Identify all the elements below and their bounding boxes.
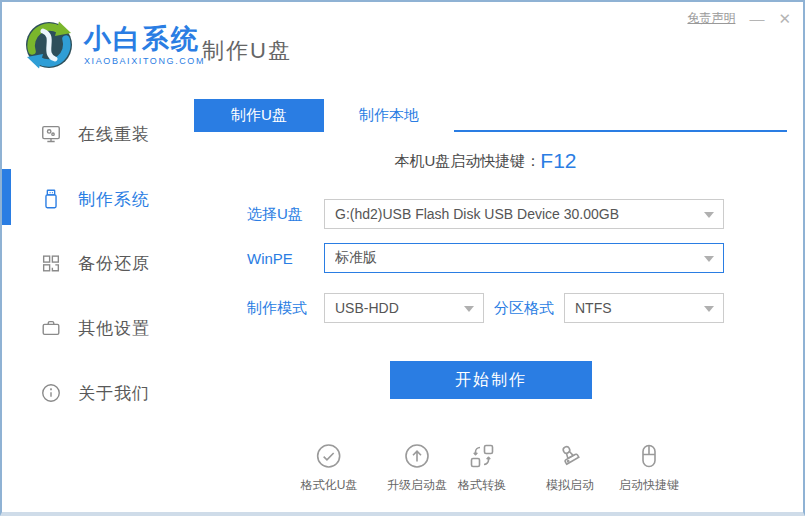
chevron-down-icon xyxy=(704,256,714,262)
sidebar-item-about-us[interactable]: 关于我们 xyxy=(2,378,192,408)
tool-format-convert[interactable]: 格式转换 xyxy=(458,442,506,494)
brand-domain: XIAOBAIXITONG.COM xyxy=(84,56,205,66)
minimize-button[interactable]: — xyxy=(749,11,764,27)
sidebar-item-label: 其他设置 xyxy=(78,317,150,340)
app-logo-icon xyxy=(22,18,76,72)
info-icon xyxy=(40,382,62,404)
usb-select-label: 选择U盘 xyxy=(247,205,324,224)
usb-select-value: G:(hd2)USB Flash Disk USB Device 30.00GB xyxy=(335,206,619,222)
tool-label: 启动快捷键 xyxy=(619,477,679,494)
briefcase-icon xyxy=(40,317,62,339)
convert-icon xyxy=(468,442,496,470)
close-button[interactable]: ✕ xyxy=(778,11,791,27)
tool-simulate-boot[interactable]: 模拟启动 xyxy=(546,442,594,494)
partition-label: 分区格式 xyxy=(494,299,564,318)
usb-select-row: 选择U盘 G:(hd2)USB Flash Disk USB Device 30… xyxy=(247,199,724,229)
mode-dropdown[interactable]: USB-HDD xyxy=(324,293,484,323)
start-make-button[interactable]: 开始制作 xyxy=(390,361,592,399)
partition-dropdown[interactable]: NTFS xyxy=(564,293,724,323)
sidebar-item-backup-restore[interactable]: 备份还原 xyxy=(2,248,192,278)
tool-label: 模拟启动 xyxy=(546,477,594,494)
sidebar-item-label: 制作系统 xyxy=(78,188,150,211)
tool-label: 格式转换 xyxy=(458,477,506,494)
main-content: 制作U盘 制作本地 本机U盘启动快捷键：F12 选择U盘 G:(hd2)USB … xyxy=(192,99,801,512)
disclaimer-link[interactable]: 免责声明 xyxy=(687,10,735,27)
sidebar: 在线重装 制作系统 备份还原 xyxy=(2,99,192,512)
tool-label: 格式化U盘 xyxy=(301,477,358,494)
winpe-label: WinPE xyxy=(247,250,324,267)
window-controls: 免责声明 — ✕ xyxy=(687,10,791,27)
mode-partition-row: 制作模式 USB-HDD 分区格式 NTFS xyxy=(247,293,724,323)
brand-name: 小白系统 xyxy=(84,24,205,54)
sidebar-item-label: 备份还原 xyxy=(78,252,150,275)
app-window: 小白系统 XIAOBAIXITONG.COM 制作U盘 免责声明 — ✕ 在线重… xyxy=(0,0,805,516)
monitor-icon xyxy=(40,123,62,145)
arrow-up-circle-icon xyxy=(403,442,431,470)
check-circle-icon xyxy=(315,442,343,470)
sidebar-item-online-reinstall[interactable]: 在线重装 xyxy=(2,119,192,149)
tab-bar: 制作U盘 制作本地 xyxy=(194,99,787,132)
winpe-dropdown[interactable]: 标准版 xyxy=(324,243,724,273)
sidebar-item-make-system[interactable]: 制作系统 xyxy=(2,184,192,214)
sidebar-item-label: 关于我们 xyxy=(78,382,150,405)
boot-hotkey-label: 本机U盘启动快捷键： xyxy=(394,152,540,169)
winpe-value: 标准版 xyxy=(335,249,377,267)
chevron-down-icon xyxy=(704,212,714,218)
partition-value: NTFS xyxy=(575,300,612,316)
sidebar-item-label: 在线重装 xyxy=(78,123,150,146)
app-logo: 小白系统 XIAOBAIXITONG.COM xyxy=(22,18,205,72)
tool-format-usb[interactable]: 格式化U盘 xyxy=(301,442,358,494)
mode-label: 制作模式 xyxy=(247,299,324,318)
usb-select-dropdown[interactable]: G:(hd2)USB Flash Disk USB Device 30.00GB xyxy=(324,199,724,229)
tool-boot-hotkey[interactable]: 启动快捷键 xyxy=(619,442,679,494)
tab-make-usb[interactable]: 制作U盘 xyxy=(194,99,324,132)
tool-label: 升级启动盘 xyxy=(387,477,447,494)
winpe-row: WinPE 标准版 xyxy=(247,243,724,273)
header: 小白系统 XIAOBAIXITONG.COM 制作U盘 免责声明 — ✕ xyxy=(2,2,803,99)
sidebar-item-other-settings[interactable]: 其他设置 xyxy=(2,313,192,343)
page-title: 制作U盘 xyxy=(202,36,292,66)
tool-upgrade-boot-disk[interactable]: 升级启动盘 xyxy=(387,442,447,494)
chevron-down-icon xyxy=(704,306,714,312)
usb-drive-icon xyxy=(40,188,62,210)
grid-icon xyxy=(40,252,62,274)
mode-value: USB-HDD xyxy=(335,300,399,316)
boot-hotkey-value: F12 xyxy=(540,149,576,172)
logo-text: 小白系统 XIAOBAIXITONG.COM xyxy=(84,24,205,66)
stamp-icon xyxy=(556,442,584,470)
mouse-icon xyxy=(635,442,663,470)
tab-make-local[interactable]: 制作本地 xyxy=(324,99,454,132)
boot-hotkey-line: 本机U盘启动快捷键：F12 xyxy=(247,149,724,173)
chevron-down-icon xyxy=(464,306,474,312)
